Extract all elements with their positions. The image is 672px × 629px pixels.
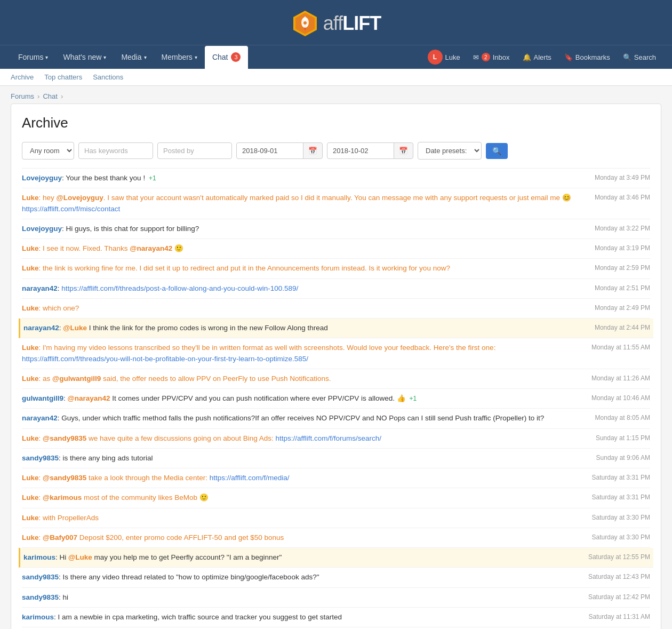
bookmarks-button[interactable]: 🔖 Bookmarks (559, 49, 615, 66)
message-username[interactable]: Luke (22, 304, 39, 312)
message-username[interactable]: karimous (23, 553, 55, 561)
date-to-input[interactable] (327, 142, 396, 159)
message-username[interactable]: Luke (22, 264, 39, 272)
message-username[interactable]: Luke (22, 375, 39, 383)
nav-forums[interactable]: Forums (11, 46, 55, 68)
message-text: : @sandy9835 we have quite a few discuss… (39, 434, 382, 442)
room-filter[interactable]: Any room (22, 142, 74, 160)
nav-media[interactable]: Media (114, 46, 154, 68)
message-username[interactable]: Luke (22, 244, 39, 252)
message-text: : Your the best thank you ! +1 (62, 174, 156, 182)
breadcrumb-chat[interactable]: Chat (43, 92, 57, 100)
message-text: : as @gulwantgill9 said, the offer needs… (39, 375, 331, 383)
message-row: narayan42: https://afflift.com/f/threads… (22, 279, 650, 299)
site-logo[interactable]: affLIFT (291, 10, 381, 37)
message-row: sandy9835: Is there any video thread rel… (22, 568, 650, 587)
posted-by-input[interactable] (157, 142, 232, 159)
message-row: Luke: @sandy9835 take a look through the… (22, 468, 650, 488)
message-row: Luke: I'm having my video lessons transc… (22, 338, 650, 369)
message-username[interactable]: Luke (22, 514, 39, 522)
message-time: Saturday at 11:31 AM (578, 612, 650, 620)
message-username[interactable]: sandy9835 (22, 454, 59, 462)
user-nav: L Luke ✉ 2 Inbox 🔔 Alerts 🔖 Bookmarks 🔍 … (422, 45, 661, 69)
date-from-calendar[interactable]: 📅 (303, 142, 323, 159)
keywords-input[interactable] (78, 142, 153, 159)
message-content: Luke: I'm having my video lessons transc… (22, 343, 581, 364)
breadcrumb-forums[interactable]: Forums (11, 92, 34, 100)
message-time: Saturday at 3:30 PM (581, 532, 650, 541)
username-label: Luke (445, 53, 460, 61)
message-row: Luke: @sandy9835 we have quite a few dis… (22, 429, 650, 449)
message-username[interactable]: karimous (22, 613, 54, 621)
message-time: Saturday at 3:31 PM (581, 492, 650, 501)
svg-point-6 (303, 21, 307, 25)
inbox-button[interactable]: ✉ 2 Inbox (468, 49, 515, 66)
message-row: sandy9835: is there any bing ads tutoria… (22, 449, 650, 468)
message-time: Monday at 8:05 AM (585, 413, 650, 421)
message-content: Luke: the link is working fine for me. I… (22, 263, 584, 274)
search-button[interactable]: 🔍 Search (618, 49, 661, 66)
message-row: Luke: @Bafy007 Deposit $200, enter promo… (22, 528, 650, 548)
logo-text: affLIFT (323, 12, 381, 35)
date-to-calendar[interactable]: 📅 (394, 142, 413, 159)
message-time: Monday at 2:44 PM (584, 323, 650, 331)
message-username[interactable]: gulwantgill9 (22, 394, 63, 402)
date-presets-select[interactable]: Date presets: (418, 142, 482, 160)
message-row: Luke: @karimous most of the community li… (22, 488, 650, 508)
message-row: sandy9835: hi Saturday at 12:42 PM (22, 588, 650, 608)
message-time: Monday at 3:19 PM (584, 243, 650, 252)
inbox-icon: ✉ (473, 53, 479, 61)
subnav-top-chatters[interactable]: Top chatters (44, 73, 82, 81)
message-content: Luke: as @gulwantgill9 said, the offer n… (22, 373, 581, 384)
message-row: karimous: I am a newbie in cpa marketing… (22, 608, 650, 627)
message-row: Luke: with PropellerAds Saturday at 3:30… (22, 508, 650, 528)
message-row-highlighted: karimous: Hi @Luke may you help me to ge… (19, 548, 653, 568)
message-content: Luke: which one? (22, 303, 584, 314)
search-submit-button[interactable]: 🔍 (486, 143, 508, 159)
message-username[interactable]: Luke (22, 434, 39, 442)
message-text: : Hi @Luke may you help me to get Peerfl… (55, 553, 282, 561)
messages-list: Lovejoyguy: Your the best thank you ! +1… (22, 168, 650, 629)
message-content: Luke: hey @Lovejoyguy. I saw that your a… (22, 193, 584, 214)
message-text: : Is there any video thread related to "… (59, 573, 319, 581)
message-username[interactable]: Lovejoyguy (22, 225, 62, 233)
message-text: : which one? (39, 304, 79, 312)
message-text: : I am a newbie in cpa marketing, wich t… (54, 613, 342, 621)
message-row: Luke: which one? Monday at 2:49 PM (22, 299, 650, 319)
message-text: : Hi guys, is this chat for support for … (62, 225, 199, 233)
message-username[interactable]: Luke (22, 194, 39, 202)
message-content: narayan42: @Luke I think the link for th… (23, 323, 584, 333)
user-menu[interactable]: L Luke (422, 45, 466, 69)
message-row: Lovejoyguy: Hi guys, is this chat for su… (22, 219, 650, 239)
message-text: : hi (59, 593, 68, 601)
message-username[interactable]: sandy9835 (22, 593, 59, 601)
nav-chat[interactable]: Chat 3 (205, 46, 249, 69)
message-username[interactable]: narayan42 (23, 324, 59, 332)
message-time: Saturday at 3:31 PM (581, 473, 650, 481)
message-username[interactable]: sandy9835 (22, 573, 59, 581)
date-from-input[interactable] (236, 142, 306, 159)
message-username[interactable]: Lovejoyguy (22, 174, 62, 182)
message-row: Luke: as @gulwantgill9 said, the offer n… (22, 369, 650, 389)
message-content: narayan42: https://afflift.com/f/threads… (22, 283, 584, 294)
page-title: Archive (22, 115, 650, 131)
message-username[interactable]: Luke (22, 534, 39, 542)
message-username[interactable]: Luke (22, 344, 39, 352)
message-content: sandy9835: Is there any video thread rel… (22, 572, 578, 583)
message-text: : @Bafy007 Deposit $200, enter promo cod… (39, 534, 284, 542)
message-username[interactable]: narayan42 (22, 284, 58, 292)
message-username[interactable]: narayan42 (22, 414, 58, 422)
message-text: : hey @Lovejoyguy. I saw that your accou… (22, 194, 571, 212)
message-username[interactable]: Luke (22, 474, 39, 482)
main-nav: Forums What's new Media Members Chat 3 (11, 46, 422, 68)
alerts-button[interactable]: 🔔 Alerts (517, 49, 557, 66)
message-text: : with PropellerAds (39, 514, 99, 522)
inbox-badge: 2 (482, 53, 490, 61)
message-row: Lovejoyguy: Your the best thank you ! +1… (22, 169, 650, 188)
message-content: Lovejoyguy: Hi guys, is this chat for su… (22, 224, 584, 234)
subnav-archive[interactable]: Archive (11, 73, 34, 81)
subnav-sanctions[interactable]: Sanctions (93, 73, 123, 81)
nav-members[interactable]: Members (154, 46, 205, 68)
message-username[interactable]: Luke (22, 493, 39, 501)
nav-whats-new[interactable]: What's new (55, 46, 114, 68)
